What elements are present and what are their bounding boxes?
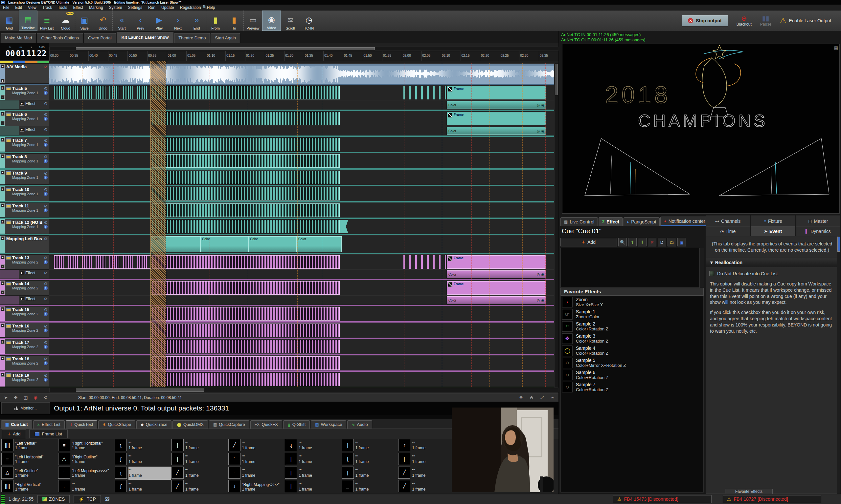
panel-tab[interactable]: ▩ Live Control bbox=[561, 217, 598, 226]
toolbar-button[interactable]: » End bbox=[187, 11, 206, 31]
cue-cell[interactable]: | "" 1 frame bbox=[285, 480, 341, 493]
clip-striped[interactable] bbox=[152, 154, 340, 168]
toolbar-button[interactable]: ≣ Play List bbox=[37, 11, 56, 31]
panel-tab[interactable]: ≡ Fixture bbox=[751, 216, 795, 226]
track-lane[interactable]: Frame Color ◎ ◉ Cue.. Color Color Color bbox=[49, 63, 559, 84]
effect-expand-icon[interactable]: ▶ bbox=[20, 271, 24, 275]
stop-output-button[interactable]: ✕ Stop output bbox=[682, 15, 728, 26]
favorite-effect-item[interactable]: ▪ Zoom Size X+Size Y bbox=[561, 296, 703, 308]
track-expand-button[interactable]: ▶ bbox=[1, 236, 5, 240]
effect-toggle-icon[interactable]: ◉ bbox=[541, 129, 544, 133]
panel-tab[interactable]: ⊷ Channels bbox=[706, 216, 750, 226]
track-lane[interactable]: Frame Color ◎ ◉ Cue.. Color Color Color bbox=[49, 280, 559, 295]
track-header[interactable]: ▶ − ■ ▶ Track 18 ⊘ Mapping Zone 2 bbox=[0, 355, 49, 371]
track-expand-button[interactable]: ▶ bbox=[1, 281, 5, 285]
track-expand-button[interactable]: ▶ bbox=[1, 154, 5, 158]
cue-cell[interactable]: ʃ "" 1 frame bbox=[115, 480, 171, 493]
menu-item[interactable]: Marking bbox=[86, 5, 106, 10]
cue-cell[interactable]: | "" 1 frame bbox=[398, 453, 455, 466]
track-disable-icon[interactable]: ⊘ bbox=[44, 307, 48, 312]
panel-tab[interactable]: ▢ Master bbox=[796, 216, 840, 226]
menu-item[interactable]: Tools bbox=[55, 5, 70, 10]
toolbar-button[interactable]: ▤ Timeline bbox=[19, 11, 37, 31]
cue-cell[interactable]: | "" 1 frame bbox=[285, 453, 341, 466]
clip-frame[interactable]: Frame bbox=[447, 112, 546, 125]
track-lane[interactable]: Frame Color ◎ ◉ Cue.. Color Color Color bbox=[49, 219, 559, 234]
clip-sparse[interactable] bbox=[404, 86, 446, 100]
track-lane[interactable]: Frame Color ◎ ◉ Cue.. Color Color Color bbox=[49, 295, 559, 305]
track-header[interactable]: ▶ − ■ ▶ Track 8 ⊘ Mapping Zone 1 bbox=[0, 153, 49, 168]
menu-item[interactable]: Track bbox=[39, 5, 55, 10]
bus-clip[interactable]: Color bbox=[248, 236, 297, 252]
zone-info-icon[interactable]: ! bbox=[44, 143, 48, 147]
time-ruler[interactable]: 00:3000:3500:4000:4500:5000:5501:0001:05… bbox=[49, 51, 559, 61]
fb4-device-status-2[interactable]: ⚠ FB4 18727 [Disconnected] bbox=[723, 495, 821, 503]
track-disable-icon[interactable]: ⊘ bbox=[44, 324, 48, 328]
cue-cell[interactable]: ˊ "" 1 frame bbox=[228, 453, 285, 466]
cue-cell[interactable]: ≡ "Left Horizontal" 1 frame bbox=[1, 453, 58, 466]
cue-cell[interactable]: ʅ "" 1 frame bbox=[115, 439, 171, 452]
toolbar-button[interactable]: › Next bbox=[169, 11, 187, 31]
menu-item[interactable]: Registration bbox=[177, 5, 204, 10]
zone-info-icon[interactable]: ! bbox=[44, 159, 48, 163]
track-lane[interactable]: Frame Color ◎ ◉ Cue.. Color Color Color bbox=[49, 126, 559, 136]
track-header[interactable]: ▶ − ■ ▶ Effect ⊘ ! bbox=[0, 126, 49, 136]
track-disable-icon[interactable]: ⊘ bbox=[44, 170, 48, 176]
pause-button[interactable]: ▮▮ Pause bbox=[760, 15, 771, 26]
track-disable-icon[interactable]: ⊘ bbox=[44, 127, 48, 132]
cue-cell[interactable]: ˙ "Left Mapping<>>>>" 1 frame bbox=[58, 467, 115, 480]
toolbar-button[interactable]: ▣ Save bbox=[75, 11, 93, 31]
zone-info-icon[interactable]: ! bbox=[44, 286, 48, 290]
track-header[interactable]: ▶ − ■ ▶ Track 14 ⊘ Mapping Zone 2 bbox=[0, 280, 49, 295]
favorite-effect-item[interactable]: ◌ Sample 6 Color+Rotation Z bbox=[561, 369, 703, 381]
clip-striped[interactable] bbox=[152, 203, 340, 217]
cue-cell[interactable]: ɾ "" 1 frame bbox=[398, 439, 455, 452]
zoom-out-icon[interactable]: ⊖ bbox=[528, 395, 535, 400]
track-header[interactable]: ▶ − ■ ▶ Track 15 ⊘ Mapping Zone 2 bbox=[0, 306, 49, 321]
toolbar-button[interactable]: ▮ From bbox=[206, 11, 225, 31]
track-expand-button[interactable]: ▶ bbox=[1, 324, 5, 327]
menu-item[interactable]: Update bbox=[158, 5, 177, 10]
panel-tab[interactable]: ◷ Time bbox=[706, 226, 750, 236]
cue-cell[interactable]: ʅ "" 1 frame bbox=[115, 467, 171, 480]
track-header[interactable]: ▶ − ■ ▶ Track 12 (NO B... ⊘ Mapping Zone… bbox=[0, 219, 49, 234]
timeline-bottom-scrollbar[interactable] bbox=[49, 388, 559, 393]
track-disable-icon[interactable]: ⊘ bbox=[44, 64, 48, 69]
track-expand-button[interactable]: ▶ bbox=[1, 170, 5, 175]
pan-arrows-icon[interactable]: ⇿ bbox=[549, 395, 556, 400]
reallocation-section-header[interactable]: ▼ Reallocation bbox=[706, 258, 838, 267]
scrollbar-thumb[interactable] bbox=[837, 237, 840, 252]
scrollbar-thumb[interactable] bbox=[76, 389, 204, 392]
move-down-icon[interactable]: ⬇ bbox=[638, 238, 647, 247]
clip-frame[interactable]: Frame bbox=[447, 281, 546, 295]
cue-cell[interactable]: ɻ "" 1 frame bbox=[285, 439, 341, 452]
clip-group-left[interactable] bbox=[54, 255, 151, 269]
clip-color-effect[interactable]: Color ◎ ◉ bbox=[447, 270, 546, 278]
toolbar-button[interactable]: ▦ Grid bbox=[0, 11, 19, 31]
cue-cell[interactable]: | "" 1 frame bbox=[285, 467, 341, 480]
track-disable-icon[interactable]: ⊘ bbox=[44, 281, 48, 286]
checkbox-icon[interactable] bbox=[709, 271, 714, 276]
cue-cell[interactable]: | "" 1 frame bbox=[171, 453, 228, 466]
clip-color-effect[interactable]: Color ◎ ◉ bbox=[447, 296, 546, 304]
cue-cell[interactable]: ɭ "" 1 frame bbox=[342, 453, 398, 466]
track-lane[interactable]: Frame Color ◎ ◉ Cue.. Color Color Color bbox=[49, 269, 559, 279]
bottom-tab[interactable]: ∿ Audio bbox=[347, 420, 372, 429]
clip-striped[interactable] bbox=[152, 138, 340, 151]
toolbar-button[interactable]: ◷ TC-IN bbox=[299, 11, 318, 31]
track-header[interactable]: ▶ − ■ ▶ Track 19 ⊘ Mapping Zone 2 bbox=[0, 372, 49, 387]
effect-settings-icon[interactable]: ◎ bbox=[537, 298, 540, 303]
menu-item[interactable]: System bbox=[106, 5, 125, 10]
track-disable-icon[interactable]: ⊘ bbox=[44, 101, 48, 106]
toolbar-button[interactable]: ☁ beta Cloud bbox=[56, 11, 75, 31]
timeline-tab[interactable]: Other Tools Options bbox=[37, 33, 83, 43]
zone-info-icon[interactable]: ! bbox=[44, 176, 48, 179]
clip-striped[interactable] bbox=[152, 281, 340, 295]
cue-cell[interactable]: ˓ "" 1 frame bbox=[58, 480, 115, 493]
track-disable-icon[interactable]: ⊘ bbox=[44, 255, 48, 260]
cue-cell[interactable]: △ "Left Outline" 1 frame bbox=[1, 467, 58, 480]
zone-info-icon[interactable]: ! bbox=[44, 328, 48, 332]
timeline-vertical-scrollbar[interactable] bbox=[554, 63, 559, 387]
favorite-effect-item[interactable]: ◌ Sample 5 Color+Mirror X+Rotation Z bbox=[561, 357, 703, 369]
timeline-tab[interactable]: Make Me Mad bbox=[1, 33, 36, 43]
